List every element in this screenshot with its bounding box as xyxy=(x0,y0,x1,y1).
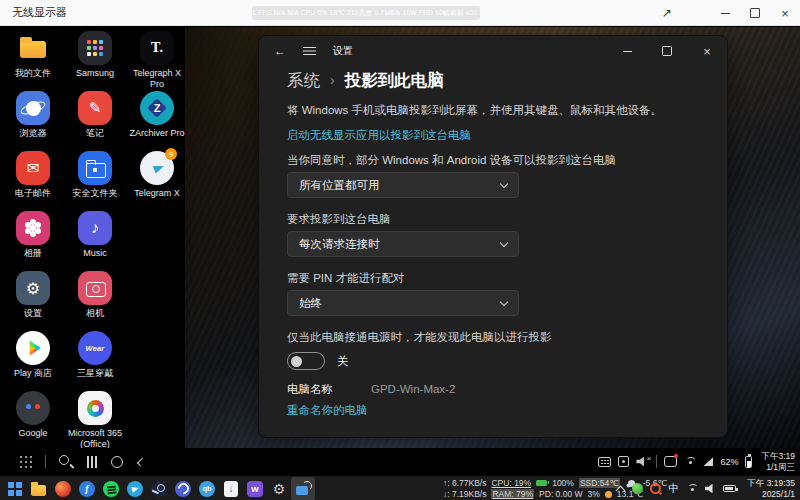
music-icon: ♪ xyxy=(78,211,112,245)
taskbar-wireless-display[interactable] xyxy=(291,477,315,500)
power-toggle-row: 关 xyxy=(287,352,687,370)
download-app-icon: ↓ xyxy=(224,481,238,497)
app-label: 安全文件夹 xyxy=(73,188,118,199)
wifi-icon[interactable] xyxy=(686,484,698,494)
window-titlebar: 无线显示器 1 FPS N/A N/A CPU 0% 18℃ 210亮度 0.7… xyxy=(0,0,800,26)
pin-required-dropdown[interactable]: 始终 xyxy=(287,290,519,316)
green-app-icon[interactable] xyxy=(632,483,643,494)
taskbar-time: 下午 3:19:35 xyxy=(747,478,795,489)
taskbar-red-browser[interactable] xyxy=(51,477,75,500)
icon-glyph: T. xyxy=(151,40,163,56)
settings-minimize-button[interactable] xyxy=(607,36,647,66)
hidden-items-chevron-icon[interactable] xyxy=(617,485,625,493)
app-telegram-x[interactable]: 9Telegram X xyxy=(126,151,188,211)
breadcrumb-system[interactable]: 系统 xyxy=(287,70,320,90)
stat-text: SSD:54℃ xyxy=(579,478,620,488)
app-camera[interactable]: 相机 xyxy=(64,271,126,331)
app-my-files[interactable]: 我的文件 xyxy=(2,31,64,91)
taskbar-start[interactable] xyxy=(3,477,27,500)
launch-wireless-display-link[interactable]: 启动无线显示应用以投影到这台电脑 xyxy=(287,129,687,142)
app-gallery[interactable]: 相册 xyxy=(2,211,64,271)
taskbar-w-app[interactable]: w xyxy=(243,477,267,500)
app-play-store[interactable]: Play 商店 xyxy=(2,331,64,391)
search-icon[interactable] xyxy=(59,455,73,469)
settings-maximize-button[interactable] xyxy=(647,36,687,66)
battery-icon[interactable] xyxy=(723,485,736,492)
app-microsoft-365[interactable]: Microsoft 365 (Office) xyxy=(64,391,126,451)
secure-folder-icon xyxy=(78,151,112,185)
volume-icon[interactable] xyxy=(705,484,716,494)
toggle-knob xyxy=(291,356,302,367)
ask-to-project-dropdown[interactable]: 每次请求连接时 xyxy=(287,231,519,257)
settings-close-button[interactable]: × xyxy=(687,36,727,66)
app-music[interactable]: ♪Music xyxy=(64,211,126,271)
chevron-down-icon xyxy=(500,238,508,246)
back-icon[interactable] xyxy=(136,458,144,466)
breadcrumb-separator: › xyxy=(330,70,335,90)
home-icon[interactable] xyxy=(111,456,123,468)
ime-icon[interactable]: 中 xyxy=(669,482,680,496)
app-samsung-folder[interactable]: Samsung xyxy=(64,31,126,91)
stat-text: CPU: 19% xyxy=(491,478,531,488)
taskbar-settings-gear[interactable]: ⚙ xyxy=(267,477,291,500)
search-app-icon[interactable] xyxy=(650,483,662,495)
chevron-down-icon xyxy=(500,179,508,187)
taskbar-telegram[interactable] xyxy=(123,477,147,500)
apps-grid-icon[interactable] xyxy=(20,456,32,468)
taskbar-spotify[interactable] xyxy=(99,477,123,500)
stat-text: ↑: 6.77KB/s xyxy=(443,478,486,488)
taskbar-clock[interactable]: 下午 3:19:35 2025/1/1 xyxy=(747,478,795,500)
microsoft-365-icon xyxy=(78,391,112,425)
red-browser-icon xyxy=(55,481,71,497)
taskbar-download-app[interactable]: ↓ xyxy=(219,477,243,500)
telegraph-x-pro-icon: T. xyxy=(140,31,174,65)
windows-taskbar: fqb↓w⚙ ↑: 6.77KB/sCPU: 19%100%SSD:54℃-5.… xyxy=(0,475,800,500)
power-only-label: 仅当此电脑接通电源时，才能发现此电脑以进行投影 xyxy=(287,331,687,344)
minimize-button[interactable] xyxy=(710,0,740,26)
app-google-folder[interactable]: Google xyxy=(2,391,64,451)
taskbar-steam[interactable] xyxy=(147,477,171,500)
signal-icon xyxy=(703,457,713,466)
app-zarchiver[interactable]: ZZArchiver Pro xyxy=(126,91,188,151)
close-button[interactable]: × xyxy=(770,0,800,26)
back-arrow-icon[interactable]: ← xyxy=(274,44,286,58)
battery-green-icon xyxy=(536,480,547,486)
wifi-icon xyxy=(684,457,696,467)
start-icon xyxy=(6,480,24,498)
maximize-button[interactable] xyxy=(740,0,770,26)
fullscreen-icon[interactable]: ↗ xyxy=(652,0,682,26)
projection-availability-dropdown[interactable]: 所有位置都可用 xyxy=(287,172,519,198)
app-label: Telegram X xyxy=(134,188,180,199)
recents-icon[interactable] xyxy=(86,456,98,468)
taskbar-qbittorrent[interactable]: qb xyxy=(195,477,219,500)
power-toggle[interactable] xyxy=(287,352,325,370)
app-samsung-notes[interactable]: ✎笔记 xyxy=(64,91,126,151)
app-label: 相机 xyxy=(86,308,104,319)
play-store-icon xyxy=(16,331,50,365)
samsung-notes-icon: ✎ xyxy=(78,91,112,125)
file-explorer-icon xyxy=(30,480,48,498)
stat-text: PD: 0.00 W xyxy=(539,489,582,499)
taskbar-file-explorer[interactable] xyxy=(27,477,51,500)
camera-icon xyxy=(78,271,112,305)
app-email[interactable]: ✉电子邮件 xyxy=(2,151,64,211)
taskbar-blue-ring-app[interactable] xyxy=(171,477,195,500)
samsung-folder-icon xyxy=(78,31,112,65)
settings-app-title: 设置 xyxy=(333,44,353,58)
app-telegraph-x-pro[interactable]: T.Telegraph X Pro xyxy=(126,31,188,91)
google-folder-icon xyxy=(16,391,50,425)
settings-gear-icon: ⚙ xyxy=(270,480,288,498)
rename-pc-link[interactable]: 重命名你的电脑 xyxy=(287,404,687,417)
app-android-settings[interactable]: ⚙设置 xyxy=(2,271,64,331)
hamburger-menu-icon[interactable] xyxy=(303,47,316,56)
stat-text: ↓: 7.19KB/s xyxy=(443,489,486,499)
app-label: 电子邮件 xyxy=(15,188,51,199)
pin-required-label: 需要 PIN 才能进行配对 xyxy=(287,272,687,285)
app-galaxy-wearable[interactable]: Wear三星穿戴 xyxy=(64,331,126,391)
app-label: Google xyxy=(18,428,47,439)
dropdown-value: 所有位置都可用 xyxy=(299,179,380,192)
app-secure-folder[interactable]: 安全文件夹 xyxy=(64,151,126,211)
app-samsung-internet[interactable]: 浏览器 xyxy=(2,91,64,151)
taskbar-f-app[interactable]: f xyxy=(75,477,99,500)
pc-name-row: 电脑名称 GPD-Win-Max-2 xyxy=(287,383,687,396)
